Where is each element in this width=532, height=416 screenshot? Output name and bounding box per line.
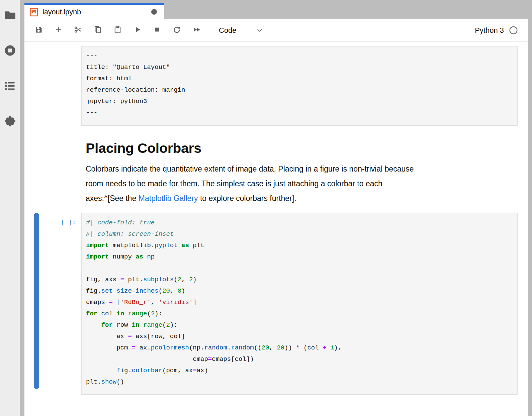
plus-icon (54, 25, 63, 35)
interrupt-kernel-button[interactable] (150, 22, 164, 38)
main-area: layout.ipynb (24, 0, 532, 416)
tab-bar: layout.ipynb (24, 0, 532, 19)
raw-cell-editor[interactable]: ---title: "Quarto Layout"format: htmlref… (81, 46, 518, 126)
folder-icon (4, 9, 16, 23)
cell-type-value: Code (219, 26, 237, 35)
markdown-paragraph: Colorbars indicate the quantitative exte… (86, 162, 513, 206)
cell-type-dropdown[interactable]: Code (219, 26, 263, 35)
restart-run-all-button[interactable] (189, 22, 204, 38)
paragraph-text: to explore colorbars further]. (198, 194, 296, 203)
code-cell-editor[interactable]: #| code-fold: true#| column: screen-inse… (81, 213, 518, 395)
kernel-status-icon[interactable] (509, 26, 518, 35)
save-button[interactable] (31, 22, 46, 38)
running-icon (4, 44, 16, 58)
copy-cells-button[interactable] (90, 22, 105, 38)
sidebar-item-running-kernels[interactable] (4, 45, 16, 58)
jupyterlab-app: layout.ipynb (0, 0, 532, 416)
puzzle-icon (4, 115, 16, 129)
kernel-area: Python 3 (475, 26, 518, 35)
kernel-name: Python 3 (475, 26, 504, 35)
left-sidebar (0, 0, 20, 416)
save-icon (34, 25, 43, 35)
tab-label: layout.ipynb (42, 8, 81, 16)
dock-panel-right-edge (528, 19, 532, 416)
sidebar-item-file-browser[interactable] (4, 9, 16, 22)
cut-cells-button[interactable] (71, 22, 85, 38)
stop-icon (153, 25, 162, 35)
paste-cells-button[interactable] (110, 22, 125, 38)
run-icon (133, 25, 142, 35)
raw-cell: ---title: "Quarto Layout"format: htmlref… (24, 46, 518, 126)
sidebar-item-extensions[interactable] (4, 116, 16, 128)
chevron-down-icon (256, 27, 263, 34)
notebook-toolbar: Code Python 3 (24, 19, 532, 42)
unsaved-changes-indicator[interactable] (151, 9, 157, 15)
cell-input-prompt: [ ]: (24, 217, 76, 228)
markdown-cell: Placing Colorbars Colorbars indicate the… (24, 140, 518, 206)
dock-panel-gutter (20, 0, 24, 416)
sidebar-item-table-of-contents[interactable] (4, 80, 16, 93)
code-cell: [ ]: #| code-fold: true#| column: screen… (24, 213, 518, 395)
notebook-content: ---title: "Quarto Layout"format: htmlref… (24, 42, 532, 416)
matplotlib-gallery-link[interactable]: Matplotlib Gallery (139, 194, 198, 203)
notebook-icon (29, 7, 38, 17)
tab-layout-ipynb[interactable]: layout.ipynb (24, 3, 164, 19)
insert-cell-button[interactable] (51, 22, 66, 38)
copy-icon (93, 25, 102, 35)
restart-kernel-button[interactable] (169, 22, 184, 38)
restart-icon (172, 25, 181, 35)
markdown-heading: Placing Colorbars (86, 140, 513, 156)
clipboard-icon (113, 25, 122, 35)
fast-forward-icon (192, 25, 201, 35)
run-cell-button[interactable] (130, 22, 145, 38)
toc-list-icon (4, 80, 16, 94)
active-cell-collapser[interactable] (34, 213, 39, 389)
scissors-icon (74, 25, 83, 35)
